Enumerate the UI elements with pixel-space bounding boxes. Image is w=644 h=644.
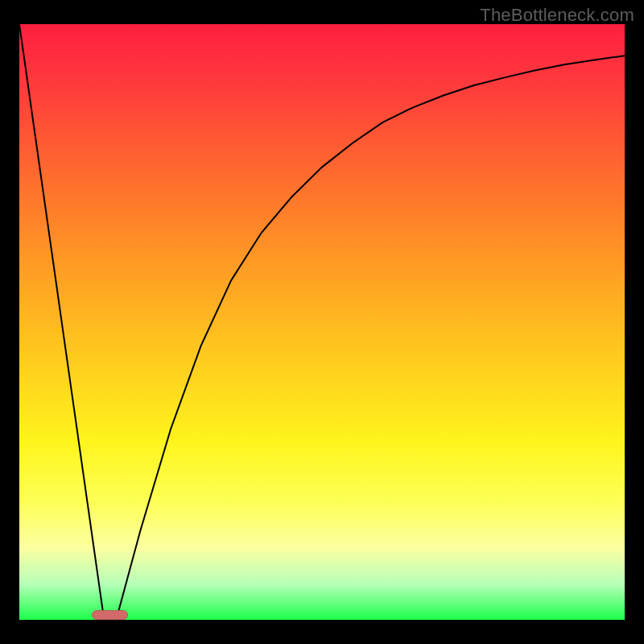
- watermark-text: TheBottleneck.com: [480, 5, 634, 26]
- chart-frame: TheBottleneck.com: [0, 0, 644, 644]
- trough-marker: [92, 610, 128, 620]
- right-curve: [116, 56, 625, 620]
- plot-area: [19, 24, 625, 620]
- curves-svg: [19, 24, 625, 620]
- left-curve: [19, 24, 104, 620]
